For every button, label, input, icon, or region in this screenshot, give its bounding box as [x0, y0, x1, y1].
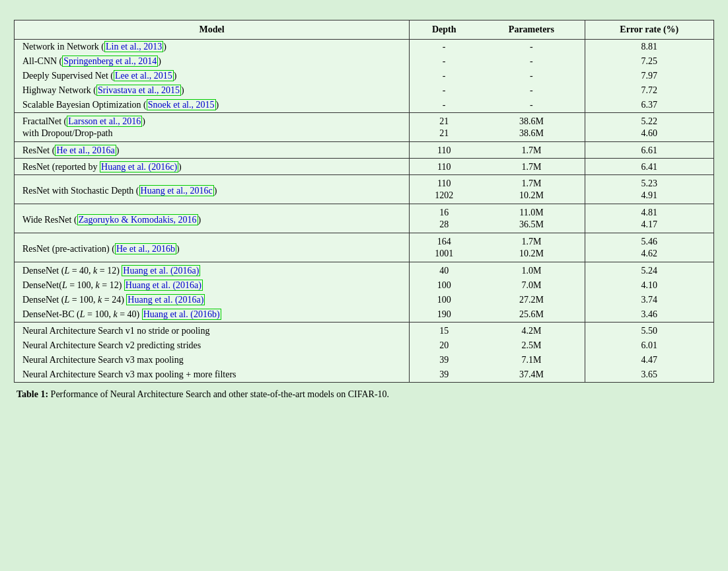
table-row: ResNet (reported by Huang et al. (2016c)…: [15, 159, 714, 175]
depth-cell: 110: [410, 142, 479, 159]
model-cell: All-CNN (Springenberg et al., 2014): [15, 54, 410, 69]
depth-cell: 16: [410, 204, 479, 219]
params-cell: 37.4M: [478, 367, 585, 383]
model-cell: Neural Architecture Search v3 max poolin…: [15, 353, 410, 367]
params-cell: 1.7M: [478, 175, 585, 190]
error-cell: 4.47: [585, 353, 713, 367]
model-cell: with Dropout/Drop-path: [15, 128, 410, 142]
depth-cell: 39: [410, 353, 479, 367]
depth-cell: 20: [410, 338, 479, 353]
citation: Huang et al. (2016a): [122, 265, 200, 276]
depth-cell: 164: [410, 233, 479, 248]
table-row: DenseNet-BC (L = 100, k = 40) Huang et a…: [15, 307, 714, 323]
table-row: Neural Architecture Search v3 max poolin…: [15, 353, 714, 367]
page-container: Model Depth Parameters Error rate (%) Ne…: [14, 13, 714, 406]
results-table: Model Depth Parameters Error rate (%) Ne…: [14, 20, 714, 383]
params-cell: 4.2M: [478, 323, 585, 339]
model-cell: ResNet (He et al., 2016a): [15, 142, 410, 159]
params-cell: 10.2M: [478, 248, 585, 262]
depth-cell: 1001: [410, 248, 479, 262]
table-row: Deeply Supervised Net (Lee et al., 2015)…: [15, 69, 714, 83]
depth-cell: 100: [410, 293, 479, 307]
error-cell: 7.25: [585, 54, 713, 69]
table-row: Neural Architecture Search v1 no stride …: [15, 323, 714, 339]
error-cell: 3.74: [585, 293, 713, 307]
table-row: ResNet with Stochastic Depth (Huang et a…: [15, 175, 714, 190]
model-cell: Wide ResNet (Zagoruyko & Komodakis, 2016…: [15, 204, 410, 233]
depth-cell: 21: [410, 128, 479, 142]
depth-cell: 100: [410, 278, 479, 293]
model-cell: Neural Architecture Search v1 no stride …: [15, 323, 410, 339]
header-model: Model: [15, 20, 410, 40]
depth-cell: 28: [410, 219, 479, 233]
model-cell: DenseNet(L = 100, k = 12) Huang et al. (…: [15, 278, 410, 293]
header-depth: Depth: [410, 20, 479, 40]
params-cell: 2.5M: [478, 338, 585, 353]
table-row: ResNet (pre-activation) (He et al., 2016…: [15, 233, 714, 248]
citation: Springenberg et al., 2014: [62, 56, 158, 67]
citation: He et al., 2016b: [115, 243, 176, 254]
params-cell: 1.7M: [478, 233, 585, 248]
citation: Snoek et al., 2015: [147, 99, 216, 110]
table-row: DenseNet(L = 100, k = 12) Huang et al. (…: [15, 278, 714, 293]
caption-label: Table 1:: [17, 389, 48, 399]
table-row: Scalable Bayesian Optimization (Snoek et…: [15, 98, 714, 113]
table-row: DenseNet (L = 40, k = 12) Huang et al. (…: [15, 262, 714, 279]
table-row: Wide ResNet (Zagoruyko & Komodakis, 2016…: [15, 204, 714, 219]
depth-cell: -: [410, 83, 479, 98]
citation: Huang et al. (2016a): [126, 294, 205, 305]
params-cell: 25.6M: [478, 307, 585, 323]
params-cell: -: [478, 83, 585, 98]
params-cell: 38.6M: [478, 128, 585, 142]
header-error-rate: Error rate (%): [585, 20, 713, 40]
params-cell: -: [478, 40, 585, 55]
depth-cell: 39: [410, 367, 479, 383]
params-cell: 10.2M: [478, 190, 585, 204]
model-cell: Scalable Bayesian Optimization (Snoek et…: [15, 98, 410, 113]
error-cell: 4.62: [585, 248, 713, 262]
citation: Huang et al. (2016a): [124, 280, 203, 291]
error-cell: 5.50: [585, 323, 713, 339]
caption-text: Performance of Neural Architecture Searc…: [48, 389, 389, 399]
error-cell: 4.91: [585, 190, 713, 204]
params-cell: 7.1M: [478, 353, 585, 367]
error-cell: 8.81: [585, 40, 713, 55]
table-row: FractalNet (Larsson et al., 2016) 21 38.…: [15, 113, 714, 128]
header-parameters: Parameters: [478, 20, 585, 40]
depth-cell: -: [410, 40, 479, 55]
citation: He et al., 2016a: [55, 145, 116, 156]
error-cell: 4.17: [585, 219, 713, 233]
error-cell: 6.41: [585, 159, 713, 175]
citation: Larsson et al., 2016: [67, 116, 142, 127]
model-cell: DenseNet (L = 40, k = 12) Huang et al. (…: [15, 262, 410, 279]
depth-cell: 110: [410, 175, 479, 190]
error-cell: 5.22: [585, 113, 713, 128]
depth-cell: -: [410, 54, 479, 69]
depth-cell: 110: [410, 159, 479, 175]
params-cell: 1.7M: [478, 142, 585, 159]
error-cell: 3.65: [585, 367, 713, 383]
depth-cell: 21: [410, 113, 479, 128]
table-row: Neural Architecture Search v3 max poolin…: [15, 367, 714, 383]
model-cell: Neural Architecture Search v3 max poolin…: [15, 367, 410, 383]
model-cell: ResNet with Stochastic Depth (Huang et a…: [15, 175, 410, 204]
error-cell: 6.61: [585, 142, 713, 159]
citation: Huang et al. (2016c): [100, 161, 178, 172]
depth-cell: -: [410, 69, 479, 83]
depth-cell: 190: [410, 307, 479, 323]
params-cell: -: [478, 98, 585, 113]
error-cell: 6.01: [585, 338, 713, 353]
error-cell: 7.97: [585, 69, 713, 83]
params-cell: 11.0M: [478, 204, 585, 219]
params-cell: 1.7M: [478, 159, 585, 175]
depth-cell: 40: [410, 262, 479, 279]
model-cell: DenseNet-BC (L = 100, k = 40) Huang et a…: [15, 307, 410, 323]
citation: Lin et al., 2013: [104, 41, 163, 52]
model-cell: ResNet (pre-activation) (He et al., 2016…: [15, 233, 410, 262]
depth-cell: 15: [410, 323, 479, 339]
params-cell: 1.0M: [478, 262, 585, 279]
citation: Zagoruyko & Komodakis, 2016: [77, 214, 198, 225]
error-cell: 5.23: [585, 175, 713, 190]
params-cell: -: [478, 69, 585, 83]
table-row: ResNet (He et al., 2016a) 110 1.7M 6.61: [15, 142, 714, 159]
